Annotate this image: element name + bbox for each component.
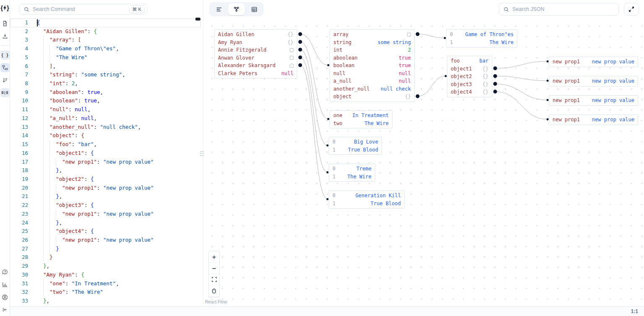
file-upload-icon[interactable] (0, 19, 10, 28)
node-row[interactable]: int2 (330, 46, 414, 54)
graph-node-p4[interactable]: new prop1new prop value (549, 115, 638, 125)
node-row[interactable]: Clarke Petersnull (215, 70, 297, 78)
zoom-out-button[interactable]: − (209, 263, 219, 274)
editor-line-23[interactable]: 23"new prop1": "new prop value" (10, 210, 201, 219)
editor-line-33[interactable]: 33}, (10, 297, 201, 306)
graph-node-amy[interactable]: oneIn TreatmenttwoThe Wire (330, 110, 392, 128)
graph-node-aidan[interactable]: arraystringsome stringint2abooleantruebo… (330, 29, 415, 102)
fit-view-button[interactable] (209, 274, 219, 285)
zoom-in-button[interactable]: + (209, 251, 219, 263)
search-json-box[interactable] (499, 3, 619, 16)
node-row[interactable]: Annie Fitzgerald (215, 46, 297, 54)
node-row[interactable]: stringsome string (330, 39, 414, 47)
node-row[interactable]: array (330, 31, 414, 39)
editor-line-10[interactable]: 10"boolean": true, (10, 97, 201, 105)
panel-resize-handle[interactable] (201, 0, 203, 306)
node-row[interactable]: Alexander Skarsgard (215, 62, 297, 70)
node-row[interactable]: a_nullnull (330, 77, 414, 85)
node-row[interactable]: Anwan Glover (215, 54, 297, 62)
bar-chart-icon[interactable] (0, 280, 10, 289)
collapse-left-icon[interactable] (0, 305, 10, 314)
table-view-button[interactable] (246, 3, 262, 15)
graph-node-alex[interactable]: 0Generation Kill1True Blood (329, 191, 405, 209)
editor-line-26[interactable]: 26"new prop1": "new prop value" (10, 236, 201, 245)
node-row[interactable]: new prop1new prop value (549, 58, 638, 66)
node-row[interactable]: nullnull (330, 70, 414, 78)
sort-lines-icon[interactable] (0, 76, 10, 85)
graph-node-p2[interactable]: new prop1new prop value (549, 76, 638, 86)
node-row[interactable]: Amy Ryan{} (215, 39, 297, 47)
editor-scrollbar-thumb[interactable] (195, 18, 200, 21)
editor-line-5[interactable]: 5"The Wire" (10, 53, 201, 62)
node-row[interactable]: 0Generation Kill (329, 192, 404, 200)
editor-line-14[interactable]: 14"object": { (10, 131, 201, 140)
editor-line-6[interactable]: 6], (10, 62, 201, 71)
editor-line-7[interactable]: 7"string": "some string", (10, 71, 201, 79)
editor-line-3[interactable]: 3"array": [ (10, 36, 201, 44)
graph-node-actors[interactable]: Aidan Gillen{}Amy Ryan{}Annie Fitzgerald… (214, 29, 297, 78)
graph-node-p3[interactable]: new prop1new prop value (549, 95, 638, 106)
editor-line-13[interactable]: 13"another_null": "null check", (10, 123, 201, 132)
editor-line-31[interactable]: 31"one": "In Treatment", (10, 279, 201, 288)
node-row[interactable]: 0Treme (329, 165, 375, 173)
react-flow-canvas[interactable]: Aidan Gillen{}Amy Ryan{}Annie Fitzgerald… (203, 18, 644, 306)
node-row[interactable]: 1True Blood (329, 146, 382, 154)
node-row[interactable]: another_nullnull check (330, 85, 414, 93)
node-row[interactable]: object2{} (447, 73, 492, 81)
editor-line-29[interactable]: 29}, (10, 262, 201, 271)
node-row[interactable]: new prop1new prop value (549, 116, 638, 124)
editor-line-17[interactable]: 17"new prop1": "new prop value" (10, 158, 201, 167)
editor-line-15[interactable]: 15"foo": "bar", (10, 140, 201, 149)
editor-line-28[interactable]: 28} (10, 253, 201, 262)
node-row[interactable]: 1The Wire (329, 173, 375, 181)
editor-line-30[interactable]: 30"Amy Ryan": { (10, 271, 201, 279)
help-chat-icon[interactable] (0, 267, 10, 277)
node-row[interactable]: object3{} (447, 81, 492, 89)
editor-line-4[interactable]: 4"Game of Thron\"es", (10, 44, 201, 53)
editor-line-18[interactable]: 18}, (10, 166, 201, 175)
interactivity-toggle-button[interactable] (209, 285, 219, 297)
code-editor[interactable]: 1{2"Aidan Gillen": {3"array": [4"Game of… (10, 18, 201, 306)
editor-line-11[interactable]: 11"null": null, (10, 105, 201, 114)
fullscreen-button[interactable] (624, 3, 639, 16)
node-row[interactable]: booleantrue (330, 62, 414, 70)
editor-line-24[interactable]: 24}, (10, 219, 201, 227)
node-row[interactable]: 1True Blood (329, 200, 404, 208)
node-row[interactable]: object{} (330, 93, 414, 101)
flow-tree-icon[interactable] (0, 63, 10, 72)
editor-line-1[interactable]: 1{ (10, 18, 201, 27)
editor-line-27[interactable]: 27} (10, 245, 201, 253)
download-icon[interactable] (0, 31, 10, 41)
react-flow-attribution[interactable]: React Flow (205, 299, 227, 304)
node-row[interactable]: 0Big Love (329, 138, 382, 146)
graph-node-aidan-array[interactable]: 0Game of Thron"es1The Wire (446, 29, 517, 47)
graph-node-aidan-object[interactable]: foobarobject1{}object2{}object3{}object4… (447, 56, 492, 97)
search-command-box[interactable]: ⌘ K (19, 4, 148, 15)
graph-node-p1[interactable]: new prop1new prop value (549, 57, 638, 67)
graph-node-anwan[interactable]: 0Treme1The Wire (329, 164, 375, 182)
editor-line-25[interactable]: 25"object4": { (10, 227, 201, 236)
graph-view-button[interactable] (228, 3, 245, 15)
node-row[interactable]: new prop1new prop value (549, 97, 638, 104)
app-logo-icon[interactable]: {} (0, 4, 9, 11)
editor-line-32[interactable]: 32"two": "The Wire" (10, 288, 201, 297)
node-row[interactable]: abooleantrue (330, 54, 414, 62)
node-row[interactable]: 1The Wire (447, 39, 517, 47)
node-row[interactable]: Aidan Gillen{} (215, 31, 297, 39)
node-row[interactable]: new prop1new prop value (549, 77, 638, 85)
editor-line-21[interactable]: 21}, (10, 192, 201, 201)
search-command-input[interactable] (33, 6, 126, 12)
node-row[interactable]: 0Game of Thron"es (447, 31, 517, 39)
editor-line-12[interactable]: 12"a_null": null, (10, 114, 201, 123)
node-row[interactable]: oneIn Treatment (330, 112, 392, 120)
search-json-input[interactable] (512, 6, 616, 12)
editor-line-16[interactable]: 16"object1": { (10, 149, 201, 158)
graph-node-annie[interactable]: 0Big Love1True Blood (329, 137, 382, 155)
compare-zero-icon[interactable]: 0|0 (0, 88, 10, 97)
list-view-button[interactable] (210, 3, 227, 15)
editor-line-19[interactable]: 19"object2": { (10, 175, 201, 184)
editor-line-20[interactable]: 20"new prop1": "new prop value" (10, 184, 201, 193)
editor-line-22[interactable]: 22"object3": { (10, 201, 201, 210)
editor-line-8[interactable]: 8"int": 2, (10, 79, 201, 88)
node-row[interactable]: object1{} (447, 65, 492, 73)
